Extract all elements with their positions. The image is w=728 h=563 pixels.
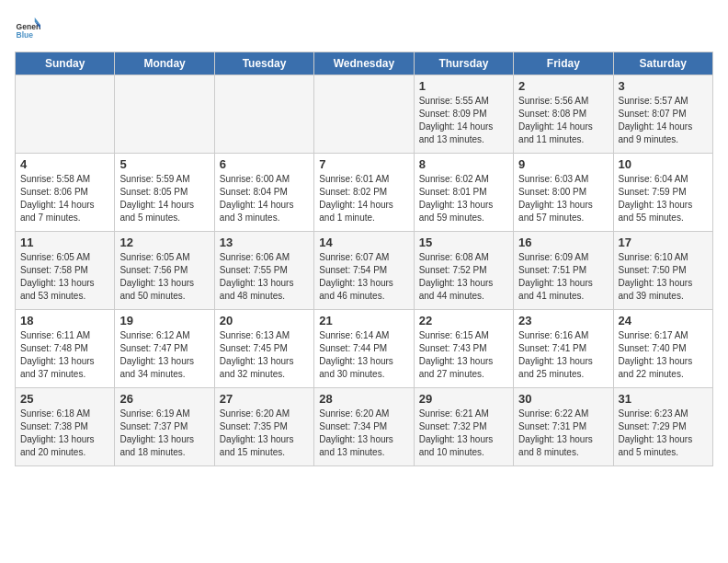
calendar-cell: 29Sunrise: 6:21 AM Sunset: 7:32 PM Dayli… <box>414 388 513 466</box>
calendar-table: SundayMondayTuesdayWednesdayThursdayFrid… <box>15 52 713 466</box>
calendar-cell: 20Sunrise: 6:13 AM Sunset: 7:45 PM Dayli… <box>214 310 313 388</box>
day-info: Sunrise: 6:05 AM Sunset: 7:56 PM Dayligh… <box>119 251 209 303</box>
calendar-week-row: 1Sunrise: 5:55 AM Sunset: 8:09 PM Daylig… <box>16 75 713 154</box>
day-info: Sunrise: 6:15 AM Sunset: 7:43 PM Dayligh… <box>419 329 508 381</box>
calendar-cell: 30Sunrise: 6:22 AM Sunset: 7:31 PM Dayli… <box>514 388 613 466</box>
day-info: Sunrise: 6:02 AM Sunset: 8:01 PM Dayligh… <box>419 173 508 224</box>
day-number: 23 <box>518 314 608 327</box>
day-info: Sunrise: 5:56 AM Sunset: 8:08 PM Dayligh… <box>518 95 608 146</box>
day-number: 25 <box>20 392 109 406</box>
calendar-cell: 2Sunrise: 5:56 AM Sunset: 8:08 PM Daylig… <box>514 75 613 154</box>
calendar-cell: 13Sunrise: 6:06 AM Sunset: 7:55 PM Dayli… <box>214 232 313 310</box>
day-number: 7 <box>319 157 408 171</box>
calendar-cell: 31Sunrise: 6:23 AM Sunset: 7:29 PM Dayli… <box>613 388 712 466</box>
day-number: 6 <box>220 157 309 171</box>
weekday-header: Sunday <box>16 52 115 75</box>
day-number: 20 <box>220 314 309 327</box>
day-number: 21 <box>319 314 408 327</box>
day-number: 5 <box>119 157 209 171</box>
day-number: 29 <box>419 392 508 406</box>
day-number: 18 <box>20 314 109 327</box>
calendar-cell: 24Sunrise: 6:17 AM Sunset: 7:40 PM Dayli… <box>613 310 712 388</box>
day-info: Sunrise: 6:23 AM Sunset: 7:29 PM Dayligh… <box>619 408 708 459</box>
weekday-header: Monday <box>115 52 214 75</box>
day-info: Sunrise: 6:19 AM Sunset: 7:37 PM Dayligh… <box>119 408 209 459</box>
day-number: 14 <box>319 236 408 249</box>
weekday-header: Friday <box>514 52 613 75</box>
day-info: Sunrise: 6:21 AM Sunset: 7:32 PM Dayligh… <box>419 408 508 459</box>
calendar-cell: 1Sunrise: 5:55 AM Sunset: 8:09 PM Daylig… <box>414 75 513 154</box>
calendar-week-row: 4Sunrise: 5:58 AM Sunset: 8:06 PM Daylig… <box>16 154 713 232</box>
calendar-cell: 23Sunrise: 6:16 AM Sunset: 7:41 PM Dayli… <box>514 310 613 388</box>
day-info: Sunrise: 5:55 AM Sunset: 8:09 PM Dayligh… <box>419 95 508 146</box>
day-info: Sunrise: 5:57 AM Sunset: 8:07 PM Dayligh… <box>619 95 708 146</box>
day-info: Sunrise: 6:18 AM Sunset: 7:38 PM Dayligh… <box>20 408 109 459</box>
day-number: 28 <box>319 392 408 406</box>
calendar-week-row: 11Sunrise: 6:05 AM Sunset: 7:58 PM Dayli… <box>16 232 713 310</box>
day-number: 15 <box>419 236 508 249</box>
day-info: Sunrise: 6:06 AM Sunset: 7:55 PM Dayligh… <box>220 251 309 303</box>
calendar-cell: 16Sunrise: 6:09 AM Sunset: 7:51 PM Dayli… <box>514 232 613 310</box>
calendar-cell: 8Sunrise: 6:02 AM Sunset: 8:01 PM Daylig… <box>414 154 513 232</box>
calendar-cell: 10Sunrise: 6:04 AM Sunset: 7:59 PM Dayli… <box>613 154 712 232</box>
day-number: 2 <box>518 79 608 93</box>
svg-text:Blue: Blue <box>17 30 34 40</box>
day-info: Sunrise: 6:07 AM Sunset: 7:54 PM Dayligh… <box>319 251 408 303</box>
day-number: 16 <box>518 236 608 249</box>
day-number: 26 <box>119 392 209 406</box>
calendar-cell: 14Sunrise: 6:07 AM Sunset: 7:54 PM Dayli… <box>314 232 414 310</box>
weekday-header: Tuesday <box>214 52 313 75</box>
day-info: Sunrise: 6:20 AM Sunset: 7:34 PM Dayligh… <box>319 408 408 459</box>
day-info: Sunrise: 6:12 AM Sunset: 7:47 PM Dayligh… <box>119 329 209 381</box>
calendar-cell: 12Sunrise: 6:05 AM Sunset: 7:56 PM Dayli… <box>115 232 214 310</box>
calendar-cell: 19Sunrise: 6:12 AM Sunset: 7:47 PM Dayli… <box>115 310 214 388</box>
day-number: 22 <box>419 314 508 327</box>
day-info: Sunrise: 6:14 AM Sunset: 7:44 PM Dayligh… <box>319 329 408 381</box>
day-number: 17 <box>619 236 708 249</box>
day-number: 13 <box>220 236 309 249</box>
calendar-cell <box>16 75 115 154</box>
day-info: Sunrise: 6:04 AM Sunset: 7:59 PM Dayligh… <box>619 173 708 224</box>
calendar-cell: 26Sunrise: 6:19 AM Sunset: 7:37 PM Dayli… <box>115 388 214 466</box>
day-number: 12 <box>119 236 209 249</box>
day-number: 4 <box>20 157 109 171</box>
day-info: Sunrise: 6:09 AM Sunset: 7:51 PM Dayligh… <box>518 251 608 303</box>
day-number: 31 <box>619 392 708 406</box>
day-info: Sunrise: 5:59 AM Sunset: 8:05 PM Dayligh… <box>119 173 209 224</box>
day-info: Sunrise: 6:10 AM Sunset: 7:50 PM Dayligh… <box>619 251 708 303</box>
day-info: Sunrise: 6:05 AM Sunset: 7:58 PM Dayligh… <box>20 251 109 303</box>
calendar-cell <box>314 75 414 154</box>
day-number: 19 <box>119 314 209 327</box>
calendar-cell: 6Sunrise: 6:00 AM Sunset: 8:04 PM Daylig… <box>214 154 313 232</box>
page-header: General Blue <box>15 15 713 40</box>
calendar-cell: 4Sunrise: 5:58 AM Sunset: 8:06 PM Daylig… <box>16 154 115 232</box>
calendar-cell: 18Sunrise: 6:11 AM Sunset: 7:48 PM Dayli… <box>16 310 115 388</box>
calendar-cell: 3Sunrise: 5:57 AM Sunset: 8:07 PM Daylig… <box>613 75 712 154</box>
day-number: 27 <box>220 392 309 406</box>
weekday-header-row: SundayMondayTuesdayWednesdayThursdayFrid… <box>16 52 713 75</box>
calendar-cell <box>214 75 313 154</box>
calendar-cell: 25Sunrise: 6:18 AM Sunset: 7:38 PM Dayli… <box>16 388 115 466</box>
day-info: Sunrise: 6:13 AM Sunset: 7:45 PM Dayligh… <box>220 329 309 381</box>
calendar-cell: 27Sunrise: 6:20 AM Sunset: 7:35 PM Dayli… <box>214 388 313 466</box>
day-info: Sunrise: 6:03 AM Sunset: 8:00 PM Dayligh… <box>518 173 608 224</box>
day-number: 24 <box>619 314 708 327</box>
day-number: 8 <box>419 157 508 171</box>
day-info: Sunrise: 6:00 AM Sunset: 8:04 PM Dayligh… <box>220 173 309 224</box>
weekday-header: Saturday <box>613 52 712 75</box>
calendar-week-row: 18Sunrise: 6:11 AM Sunset: 7:48 PM Dayli… <box>16 310 713 388</box>
calendar-cell: 28Sunrise: 6:20 AM Sunset: 7:34 PM Dayli… <box>314 388 414 466</box>
day-info: Sunrise: 6:01 AM Sunset: 8:02 PM Dayligh… <box>319 173 408 224</box>
calendar-cell: 15Sunrise: 6:08 AM Sunset: 7:52 PM Dayli… <box>414 232 513 310</box>
day-info: Sunrise: 6:20 AM Sunset: 7:35 PM Dayligh… <box>220 408 309 459</box>
day-info: Sunrise: 6:08 AM Sunset: 7:52 PM Dayligh… <box>419 251 508 303</box>
day-number: 3 <box>619 79 708 93</box>
calendar-cell <box>115 75 214 154</box>
day-info: Sunrise: 6:17 AM Sunset: 7:40 PM Dayligh… <box>619 329 708 381</box>
calendar-week-row: 25Sunrise: 6:18 AM Sunset: 7:38 PM Dayli… <box>16 388 713 466</box>
calendar-cell: 5Sunrise: 5:59 AM Sunset: 8:05 PM Daylig… <box>115 154 214 232</box>
calendar-cell: 7Sunrise: 6:01 AM Sunset: 8:02 PM Daylig… <box>314 154 414 232</box>
day-number: 1 <box>419 79 508 93</box>
weekday-header: Thursday <box>414 52 513 75</box>
logo-icon: General Blue <box>15 15 40 40</box>
